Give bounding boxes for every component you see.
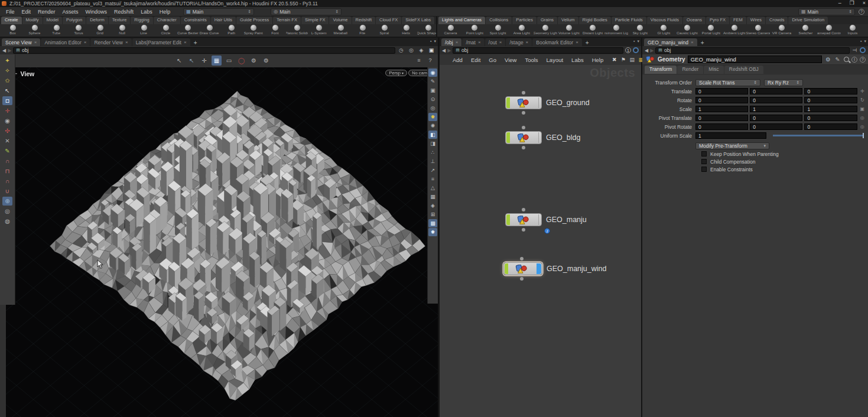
select-edges-icon[interactable]: ◉ [2,116,12,125]
menu-item[interactable]: Edit [467,57,484,63]
shelf-tool[interactable]: Portal Light [699,24,723,37]
window-button[interactable]: × [863,0,866,6]
shelf-tab[interactable]: Grains [537,17,557,24]
window-button[interactable]: – [838,0,841,6]
pane-menu-icon[interactable]: ▪ [860,39,862,44]
select-tool-icon[interactable]: ↖ [2,86,12,95]
lighting-mode-icon[interactable]: ⊙ [428,95,437,103]
transform-order-dropdown[interactable]: Scale Rot Trans ⇕ [695,79,760,86]
right-desktop-selector[interactable]: ▦ Main ⇕ [798,8,855,15]
shelf-tool[interactable]: Inputs [841,24,864,37]
pan-tool-icon[interactable]: ✎ [428,77,437,86]
parameter-tab[interactable]: Redshift OBJ [724,66,763,74]
close-icon[interactable]: × [125,40,128,45]
view-mode-icon[interactable]: ◉ [428,69,437,77]
snap-grid-icon[interactable]: ∩ [2,157,12,165]
back-icon[interactable]: ◀ [442,48,446,53]
material-preview-icon[interactable]: ◎ [428,104,437,112]
close-icon[interactable]: × [691,40,694,45]
pre-transform-dropdown[interactable]: Modify Pre-Transform ▾ [695,142,769,149]
forward-icon[interactable]: ▶ [650,48,654,53]
shelf-tab[interactable]: Deform [86,17,108,24]
snapshot-gear-icon[interactable]: ⚙ [249,56,259,66]
pane-split-icon[interactable]: ▾ [434,39,436,44]
shelf-tool[interactable]: Platonic Solids [286,24,308,37]
select-points-icon[interactable]: ✛ [2,106,12,115]
shelf-tab[interactable]: Polygon [63,17,86,24]
node-label[interactable]: GEO_manju_wind [547,265,606,273]
node-output-dot[interactable] [522,228,525,232]
shelf-tool[interactable]: Stereo Camera [746,24,770,37]
pane-tab[interactable]: /mat × [462,38,484,46]
shelf-tab[interactable]: Rigging [131,17,152,24]
shelf-tab[interactable]: Modify [22,17,43,24]
pane-tab[interactable]: Animation Editor × [41,38,90,46]
parameter-field-z[interactable]: 1 [804,106,857,112]
brush-icon[interactable]: ✎ [834,56,841,63]
shelf-tool[interactable]: GI Light [652,24,675,37]
pane-tab[interactable]: Scene View × [2,38,40,46]
shelf-tool[interactable]: VR Camera [770,24,794,37]
shelf-tool[interactable]: Line [133,24,155,37]
shelf-tab[interactable]: Volume [329,17,351,24]
node-output-dot[interactable] [522,111,525,115]
shelf-tab[interactable]: FEM [730,17,746,24]
close-icon[interactable]: × [456,40,459,45]
shelf-tab[interactable]: Character [154,17,180,24]
menu-item[interactable]: Labs [568,57,587,63]
shelf-tool[interactable]: Ambient Light [723,24,746,37]
shelf-tab[interactable]: Redshift [352,17,376,24]
parameter-field-z[interactable]: 0 [804,115,857,121]
orientation-picking-icon[interactable]: ◎ [2,207,12,216]
shelf-tab[interactable]: Drive Simulation [788,17,828,24]
parameter-field-y[interactable]: 0 [750,115,802,121]
paint-select-icon[interactable]: ✎ [2,146,12,155]
help-icon[interactable]: ? [860,57,866,63]
parameter-field-y[interactable]: 0 [750,123,802,130]
shelf-tool[interactable]: Null [111,24,133,37]
parameter-field-x[interactable]: 0 [695,88,748,95]
node-body[interactable] [505,96,542,109]
parameter-tab[interactable]: Transform [645,66,677,74]
gear-icon[interactable]: ⚙ [824,56,832,63]
select-prims-icon[interactable]: ✣ [2,126,12,135]
parameter-tab[interactable]: Misc [704,66,723,74]
shelf-tool[interactable]: Gamepad Control [817,24,841,37]
node-output-dot[interactable] [520,277,524,281]
shelf-tool[interactable]: Sky Light [628,24,652,37]
network-overview-icon[interactable] [860,47,866,53]
shelf-tool[interactable]: Sphere [24,24,45,37]
node-label[interactable]: GEO_ground [546,99,590,107]
grid-display-icon[interactable]: ▦ [428,193,437,201]
node-input-dot[interactable] [522,126,525,129]
shelf-tab[interactable]: SideFX Labs [402,17,434,24]
close-icon[interactable]: × [34,40,37,45]
close-icon[interactable]: × [184,40,187,45]
shelf-tool[interactable]: Tube [45,24,67,37]
move-icon[interactable]: ✛ [199,56,209,66]
shelf-tool[interactable]: Geometry Light [534,24,557,37]
viewport-canvas[interactable] [0,67,438,417]
search-icon[interactable] [844,57,849,62]
shelf-tool[interactable]: Path [220,24,242,37]
list-view-icon[interactable]: ▤ [628,56,636,63]
desktop-selector[interactable]: ▦ Main ⇕ [183,8,254,15]
shelf-tool[interactable]: Circle [155,24,177,37]
select-geometry-icon[interactable]: ↖ [187,56,197,66]
shelf-tool[interactable]: Volume Light [557,24,581,37]
menu-item[interactable]: View [501,57,520,63]
checkbox[interactable] [701,151,707,157]
new-tab-button[interactable]: + [191,40,200,46]
shelf-tool[interactable]: Grid [89,24,111,37]
pane-tab[interactable]: Bookmark Editor × [532,38,582,46]
checkbox[interactable] [701,159,707,164]
menu-item[interactable]: File [2,9,18,15]
shelf-tool[interactable]: Torus [67,24,89,37]
shelf-tool[interactable]: Switcher [794,24,817,37]
shelf-tool[interactable]: Box [2,24,24,37]
pane-tab[interactable]: Render View × [90,38,131,46]
node-select-flag[interactable] [506,132,510,143]
checkbox[interactable] [701,167,707,172]
shelf-tool[interactable]: Environment Light [604,24,628,37]
shelf-tab[interactable]: Model [43,17,62,24]
